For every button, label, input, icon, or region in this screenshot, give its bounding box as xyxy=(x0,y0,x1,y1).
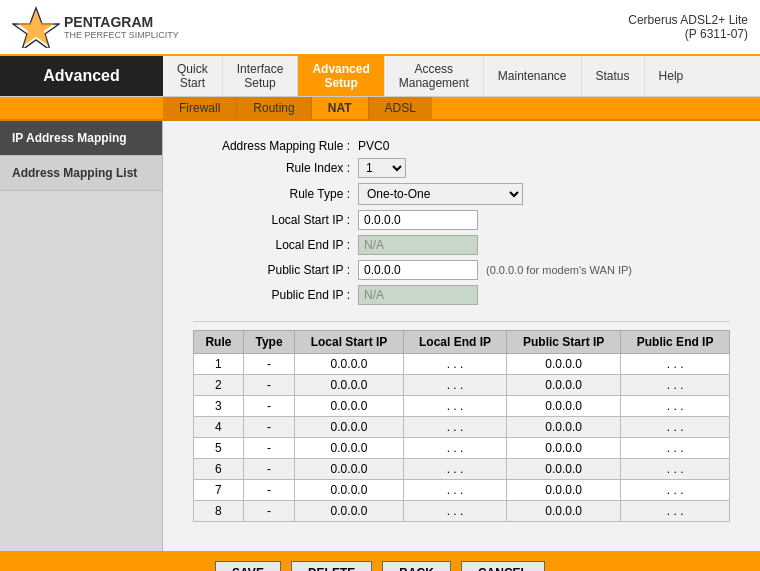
nav-item-maintenance[interactable]: Maintenance xyxy=(484,56,582,96)
table-row[interactable]: 4-0.0.0.0. . .0.0.0.0. . . xyxy=(194,417,730,438)
table-row[interactable]: 1-0.0.0.0. . .0.0.0.0. . . xyxy=(194,354,730,375)
table-section: Rule Type Local Start IP Local End IP Pu… xyxy=(193,330,730,522)
logo-area: PENTAGRAM THE PERFECT SIMPLICITY xyxy=(12,6,179,48)
col-rule: Rule xyxy=(194,331,244,354)
col-type: Type xyxy=(243,331,294,354)
device-info: Cerberus ADSL2+ Lite (P 6311-07) xyxy=(628,13,748,41)
sub-nav-routing[interactable]: Routing xyxy=(237,97,311,119)
device-model: (P 6311-07) xyxy=(628,27,748,41)
sidebar-item-ip-address-mapping[interactable]: IP Address Mapping xyxy=(0,121,162,156)
nav-items: Quick Start InterfaceSetup AdvancedSetup… xyxy=(163,56,760,96)
form-row-public-end-ip: Public End IP : xyxy=(193,285,730,305)
cancel-button[interactable]: CANCEL xyxy=(461,561,545,571)
form-row-local-end-ip: Local End IP : xyxy=(193,235,730,255)
mapping-rule-value: PVC0 xyxy=(358,139,389,153)
public-start-ip-input[interactable] xyxy=(358,260,478,280)
local-start-ip-label: Local Start IP : xyxy=(193,213,358,227)
sub-nav-nat[interactable]: NAT xyxy=(312,97,369,119)
main-content: Address Mapping Rule : PVC0 Rule Index :… xyxy=(163,121,760,551)
mapping-rule-label: Address Mapping Rule : xyxy=(193,139,358,153)
table-row[interactable]: 7-0.0.0.0. . .0.0.0.0. . . xyxy=(194,480,730,501)
nav-item-advanced-setup[interactable]: AdvancedSetup xyxy=(298,56,384,96)
table-row[interactable]: 2-0.0.0.0. . .0.0.0.0. . . xyxy=(194,375,730,396)
mapping-table: Rule Type Local Start IP Local End IP Pu… xyxy=(193,330,730,522)
form-row-public-start-ip: Public Start IP : (0.0.0.0 for modem's W… xyxy=(193,260,730,280)
col-public-end-ip: Public End IP xyxy=(621,331,730,354)
form-row-local-start-ip: Local Start IP : xyxy=(193,210,730,230)
public-start-ip-hint: (0.0.0.0 for modem's WAN IP) xyxy=(486,264,632,276)
save-button[interactable]: SAVE xyxy=(215,561,281,571)
nav-item-quick-start[interactable]: Quick Start xyxy=(163,56,223,96)
rule-type-select[interactable]: One-to-One Many-to-One Many-to-Many Over… xyxy=(358,183,523,205)
nav-section-label: Advanced xyxy=(0,56,163,96)
form-row-rule-index: Rule Index : 1234 5678 xyxy=(193,158,730,178)
brand-text: PENTAGRAM THE PERFECT SIMPLICITY xyxy=(64,14,179,40)
local-end-ip-label: Local End IP : xyxy=(193,238,358,252)
table-row[interactable]: 8-0.0.0.0. . .0.0.0.0. . . xyxy=(194,501,730,522)
delete-button[interactable]: DELETE xyxy=(291,561,372,571)
brand-tagline: THE PERFECT SIMPLICITY xyxy=(64,30,179,40)
pentagram-logo-icon xyxy=(12,6,60,48)
form-row-mapping-rule: Address Mapping Rule : PVC0 xyxy=(193,139,730,153)
footer: SAVE DELETE BACK CANCEL xyxy=(0,551,760,571)
separator xyxy=(193,321,730,322)
sidebar-item-address-mapping-list[interactable]: Address Mapping List xyxy=(0,156,162,191)
nav-item-status[interactable]: Status xyxy=(582,56,645,96)
form-section: Address Mapping Rule : PVC0 Rule Index :… xyxy=(193,139,730,305)
nav-item-access-management[interactable]: AccessManagement xyxy=(385,56,484,96)
sub-nav-adsl[interactable]: ADSL xyxy=(369,97,432,119)
table-row[interactable]: 5-0.0.0.0. . .0.0.0.0. . . xyxy=(194,438,730,459)
header: PENTAGRAM THE PERFECT SIMPLICITY Cerberu… xyxy=(0,0,760,56)
col-local-end-ip: Local End IP xyxy=(403,331,506,354)
rule-index-label: Rule Index : xyxy=(193,161,358,175)
local-end-ip-input[interactable] xyxy=(358,235,478,255)
local-start-ip-input[interactable] xyxy=(358,210,478,230)
rule-type-label: Rule Type : xyxy=(193,187,358,201)
rule-index-select[interactable]: 1234 5678 xyxy=(358,158,406,178)
public-end-ip-label: Public End IP : xyxy=(193,288,358,302)
device-name: Cerberus ADSL2+ Lite xyxy=(628,13,748,27)
sub-nav-firewall[interactable]: Firewall xyxy=(163,97,237,119)
brand-name: PENTAGRAM xyxy=(64,14,179,30)
public-end-ip-input[interactable] xyxy=(358,285,478,305)
nav-item-help[interactable]: Help xyxy=(645,56,698,96)
nav-bar: Advanced Quick Start InterfaceSetup Adva… xyxy=(0,56,760,97)
col-local-start-ip: Local Start IP xyxy=(295,331,404,354)
sidebar: IP Address Mapping Address Mapping List xyxy=(0,121,163,551)
table-row[interactable]: 3-0.0.0.0. . .0.0.0.0. . . xyxy=(194,396,730,417)
nav-item-interface-setup[interactable]: InterfaceSetup xyxy=(223,56,299,96)
public-start-ip-label: Public Start IP : xyxy=(193,263,358,277)
sub-nav: Firewall Routing NAT ADSL xyxy=(0,97,760,121)
form-row-rule-type: Rule Type : One-to-One Many-to-One Many-… xyxy=(193,183,730,205)
col-public-start-ip: Public Start IP xyxy=(507,331,621,354)
back-button[interactable]: BACK xyxy=(382,561,451,571)
table-row[interactable]: 6-0.0.0.0. . .0.0.0.0. . . xyxy=(194,459,730,480)
content-wrapper: IP Address Mapping Address Mapping List … xyxy=(0,121,760,551)
